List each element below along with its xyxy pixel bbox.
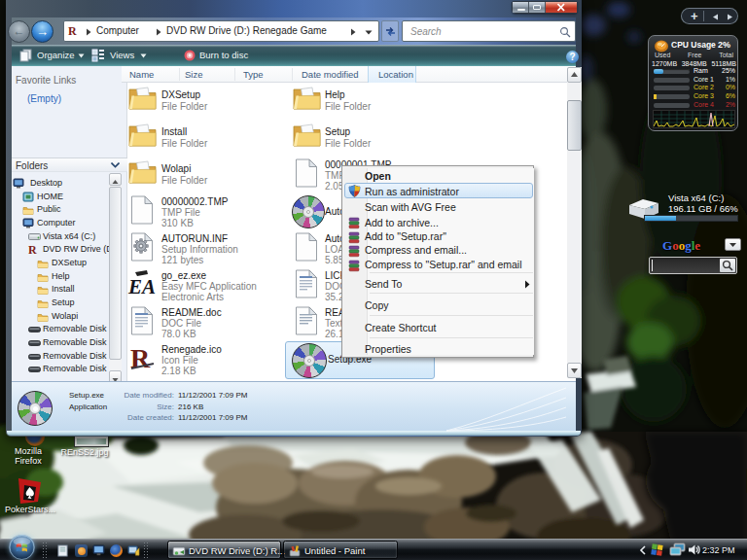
svg-text:EA: EA bbox=[127, 275, 156, 298]
